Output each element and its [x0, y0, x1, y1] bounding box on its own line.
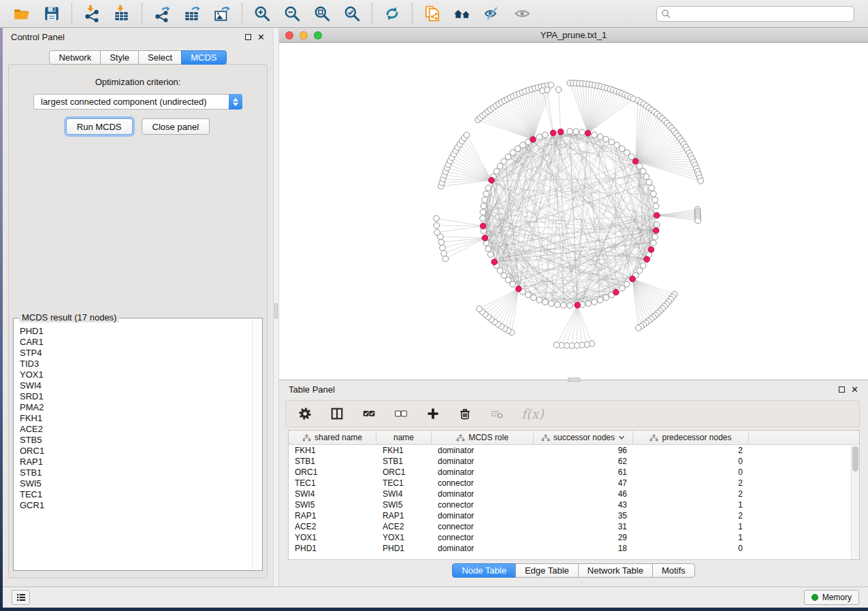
network-node[interactable] — [649, 185, 655, 191]
tab-node-table[interactable]: Node Table — [452, 563, 516, 578]
network-node[interactable] — [619, 146, 625, 152]
network-leaf-node[interactable] — [477, 306, 483, 312]
network-leaf-node[interactable] — [434, 229, 440, 235]
mcds-result-item[interactable]: RAP1 — [20, 457, 252, 467]
network-node[interactable] — [637, 163, 643, 169]
column-header-name[interactable]: name — [376, 431, 432, 444]
network-hub-node[interactable] — [480, 223, 486, 229]
network-hub-node[interactable] — [644, 257, 650, 263]
network-node[interactable] — [585, 301, 592, 307]
mcds-result-item[interactable]: FKH1 — [20, 413, 252, 424]
export-image-icon[interactable] — [212, 3, 232, 24]
close-panel-icon[interactable]: ✕ — [257, 33, 265, 42]
export-table-icon[interactable] — [182, 3, 202, 24]
network-hub-node[interactable] — [653, 228, 659, 234]
network-node[interactable] — [485, 185, 492, 191]
network-leaf-node[interactable] — [548, 82, 554, 88]
horizontal-splitter-handle[interactable] — [568, 378, 580, 382]
tab-network[interactable]: Network — [49, 50, 101, 65]
network-node[interactable] — [501, 159, 507, 165]
deselect-all-columns-icon[interactable] — [393, 406, 408, 421]
network-node[interactable] — [624, 281, 630, 287]
table-row[interactable]: PHD1PHD1dominator180 — [289, 543, 859, 554]
network-hub-node[interactable] — [482, 235, 488, 241]
network-node[interactable] — [597, 297, 603, 303]
column-header-successor-nodes[interactable]: successor nodes — [534, 431, 633, 444]
network-node[interactable] — [531, 295, 537, 301]
network-node[interactable] — [480, 210, 486, 216]
refresh-icon[interactable] — [382, 3, 402, 24]
window-maximize-icon[interactable] — [314, 31, 322, 39]
network-leaf-node[interactable] — [438, 240, 445, 246]
network-leaf-node[interactable] — [464, 132, 470, 138]
table-row[interactable]: SWI5SWI5connector431 — [289, 499, 859, 510]
network-hub-node[interactable] — [550, 130, 556, 136]
mcds-result-item[interactable]: ACE2 — [20, 424, 252, 435]
network-node[interactable] — [614, 142, 620, 148]
table-row[interactable]: ORC1ORC1dominator610 — [289, 467, 859, 478]
table-row[interactable]: RAP1RAP1dominator352 — [289, 510, 859, 521]
tab-motifs[interactable]: Motifs — [652, 563, 695, 578]
mcds-result-item[interactable]: STP4 — [20, 348, 252, 359]
close-panel-icon[interactable]: ✕ — [851, 385, 858, 394]
tab-style[interactable]: Style — [100, 50, 139, 65]
network-node[interactable] — [573, 129, 579, 135]
table-row[interactable]: YOX1YOX1connector291 — [289, 532, 859, 543]
network-hub-node[interactable] — [492, 259, 498, 265]
network-node[interactable] — [640, 168, 646, 174]
zoom-in-icon[interactable] — [252, 3, 272, 24]
network-hub-node[interactable] — [575, 302, 581, 308]
column-header-predecessor-nodes[interactable]: predecessor nodes — [633, 431, 749, 444]
network-node[interactable] — [579, 129, 585, 135]
zoom-fit-icon[interactable] — [312, 3, 332, 24]
network-node[interactable] — [483, 191, 489, 197]
network-node[interactable] — [567, 129, 573, 135]
network-leaf-node[interactable] — [695, 218, 701, 224]
float-panel-icon[interactable] — [245, 34, 251, 40]
network-node[interactable] — [501, 273, 507, 279]
delete-column-icon[interactable] — [457, 406, 472, 421]
mcds-result-item[interactable]: STB5 — [20, 435, 252, 446]
mcds-result-item[interactable]: SRD1 — [20, 391, 252, 402]
network-node[interactable] — [497, 267, 503, 274]
mcds-result-item[interactable]: SWI4 — [20, 380, 252, 391]
mcds-result-item[interactable]: CAR1 — [20, 337, 252, 348]
mcds-result-item[interactable]: PHD1 — [20, 326, 252, 337]
show-all-icon[interactable] — [512, 3, 532, 24]
network-hub-node[interactable] — [654, 212, 660, 218]
float-panel-icon[interactable] — [839, 386, 845, 393]
network-leaf-node[interactable] — [434, 216, 440, 222]
network-node[interactable] — [652, 197, 658, 203]
network-node[interactable] — [543, 132, 549, 138]
mcds-result-item[interactable]: ORC1 — [20, 446, 252, 457]
search-input[interactable] — [656, 6, 854, 22]
network-window-titlebar[interactable]: YPA_prune.txt_1 — [279, 28, 868, 43]
import-table-icon[interactable] — [112, 3, 132, 24]
network-node[interactable] — [653, 203, 659, 209]
network-node[interactable] — [481, 203, 487, 209]
network-canvas[interactable] — [279, 43, 868, 380]
network-node[interactable] — [519, 142, 526, 148]
mcds-result-item[interactable]: TEC1 — [20, 489, 252, 500]
hide-selected-icon[interactable] — [482, 3, 502, 24]
table-row[interactable]: ACE2ACE2connector311 — [289, 521, 859, 532]
network-hub-node[interactable] — [558, 129, 564, 135]
network-leaf-node[interactable] — [698, 178, 704, 184]
zoom-selected-icon[interactable] — [342, 3, 362, 24]
network-hub-node[interactable] — [585, 130, 591, 136]
network-node[interactable] — [643, 174, 649, 180]
task-history-button[interactable] — [12, 590, 30, 605]
tab-mcds[interactable]: MCDS — [181, 50, 226, 65]
network-node[interactable] — [497, 163, 503, 169]
network-node[interactable] — [619, 285, 625, 291]
network-node[interactable] — [543, 299, 549, 306]
network-leaf-node[interactable] — [544, 87, 550, 93]
network-leaf-node[interactable] — [441, 250, 447, 257]
network-node[interactable] — [554, 301, 560, 308]
criterion-select[interactable]: largest connected component (undirected) — [33, 94, 242, 110]
split-view-icon[interactable] — [329, 406, 344, 421]
table-row[interactable]: FKH1FKH1dominator962 — [289, 445, 859, 456]
select-all-columns-icon[interactable] — [361, 406, 376, 421]
network-node[interactable] — [510, 150, 516, 156]
add-column-icon[interactable] — [425, 406, 440, 421]
